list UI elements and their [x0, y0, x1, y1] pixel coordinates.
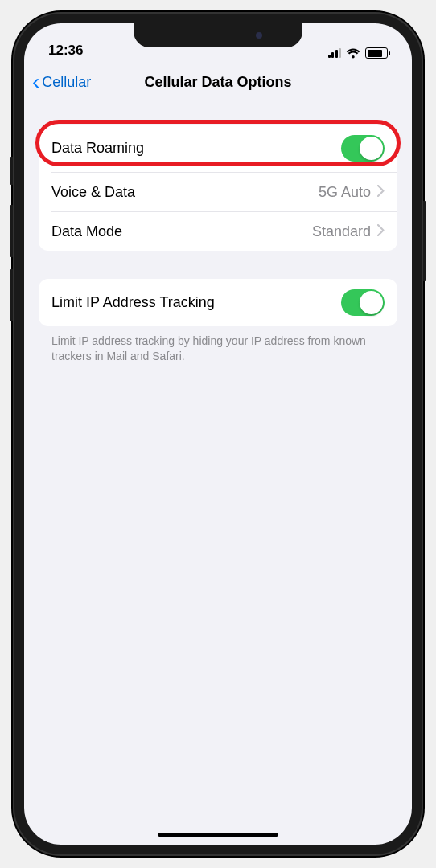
- hw-buttons-left: [10, 157, 13, 334]
- cellular-signal-icon: [328, 48, 342, 58]
- chevron-right-icon: [377, 223, 385, 240]
- nav-bar: ‹ Cellular Cellular Data Options: [24, 63, 412, 100]
- voice-data-label: Voice & Data: [51, 184, 319, 201]
- data-mode-cell[interactable]: Data Mode Standard: [39, 212, 397, 251]
- data-roaming-toggle[interactable]: [341, 135, 385, 162]
- data-roaming-label: Data Roaming: [51, 140, 341, 157]
- group-footer-text: Limit IP address tracking by hiding your…: [24, 334, 412, 364]
- limit-ip-label: Limit IP Address Tracking: [51, 294, 341, 311]
- voice-data-value: 5G Auto: [319, 184, 371, 201]
- hw-buttons-right: [423, 201, 426, 281]
- home-indicator[interactable]: [158, 833, 278, 837]
- data-mode-value: Standard: [312, 223, 371, 240]
- wifi-icon: [346, 48, 360, 59]
- data-mode-label: Data Mode: [51, 223, 312, 240]
- back-button[interactable]: ‹ Cellular: [32, 71, 91, 93]
- chevron-right-icon: [377, 184, 385, 201]
- voice-data-cell[interactable]: Voice & Data 5G Auto: [39, 173, 397, 211]
- back-label: Cellular: [42, 74, 91, 91]
- screen: 12:36 ‹ Cellular Cellular Data Options: [24, 23, 412, 845]
- limit-ip-toggle[interactable]: [341, 289, 385, 316]
- notch: [134, 23, 302, 47]
- content: Data Roaming Voice & Data 5G Auto Data M…: [24, 100, 412, 364]
- battery-icon: [365, 47, 388, 59]
- settings-group-1: Data Roaming Voice & Data 5G Auto Data M…: [39, 125, 397, 251]
- settings-group-2: Limit IP Address Tracking: [39, 279, 397, 326]
- phone-frame: 12:36 ‹ Cellular Cellular Data Options: [13, 12, 423, 856]
- limit-ip-cell[interactable]: Limit IP Address Tracking: [39, 279, 397, 326]
- status-time: 12:36: [48, 43, 83, 59]
- data-roaming-cell[interactable]: Data Roaming: [39, 125, 397, 172]
- chevron-left-icon: ‹: [32, 71, 39, 93]
